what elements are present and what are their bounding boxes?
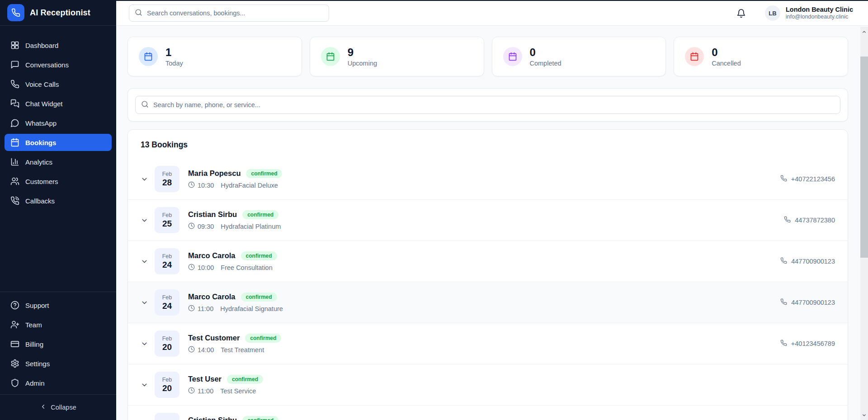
sidebar-item-voice-calls[interactable]: Voice Calls: [5, 76, 112, 93]
booking-row[interactable]: Feb 25 Cristian Sirbu confirmed 09:30 Hy…: [128, 199, 848, 241]
status-badge: confirmed: [227, 375, 263, 384]
status-badge: confirmed: [241, 251, 277, 260]
booking-date: Feb 24: [155, 248, 179, 274]
sidebar-item-analytics[interactable]: Analytics: [5, 153, 112, 170]
billing-icon: [10, 340, 19, 349]
chevron-left-icon: [40, 403, 47, 411]
sidebar-item-bookings[interactable]: Bookings: [5, 134, 112, 151]
sidebar-secondary-nav: Support Team Billing Settings Admin: [0, 292, 116, 394]
clock-icon: [188, 305, 195, 313]
sidebar-item-conversations[interactable]: Conversations: [5, 56, 112, 73]
sidebar-item-team[interactable]: Team: [5, 316, 112, 333]
booking-time: 14:00: [198, 346, 214, 354]
scrollbar[interactable]: [860, 27, 868, 420]
global-search-input[interactable]: [147, 9, 323, 17]
chevron-down-icon[interactable]: [141, 217, 148, 224]
booking-time: 11:00: [198, 305, 213, 312]
booking-service: Test Service: [220, 387, 256, 395]
booking-phone: 44737872380: [795, 217, 835, 224]
customer-name: Marco Carola: [188, 251, 236, 260]
scrollbar-thumb[interactable]: [860, 57, 868, 258]
booking-row[interactable]: Feb 20 Test User confirmed 11:00 Test Se…: [128, 364, 848, 405]
customer-name: Maria Popescu: [188, 169, 241, 178]
sidebar-item-dashboard[interactable]: Dashboard: [5, 37, 112, 54]
analytics-icon: [10, 157, 19, 166]
chevron-down-icon[interactable]: [141, 381, 148, 389]
conversations-icon: [10, 60, 19, 69]
avatar[interactable]: LB: [765, 5, 780, 21]
chevron-down-icon[interactable]: [141, 340, 148, 348]
stat-card-upcoming: 9 Upcoming: [310, 37, 484, 76]
booking-time: 11:00: [198, 387, 213, 395]
sidebar-item-chat-widget[interactable]: Chat Widget: [5, 95, 112, 112]
bookings-icon: [10, 138, 19, 147]
sidebar-main-nav: Dashboard Conversations Voice Calls Chat…: [0, 26, 116, 213]
sidebar-item-whatsapp[interactable]: WhatsApp: [5, 114, 112, 132]
status-badge: confirmed: [241, 293, 277, 302]
customer-name: Cristian Sirbu: [188, 210, 237, 219]
bookings-filter-input[interactable]: [153, 101, 835, 109]
stat-value: 1: [165, 46, 183, 59]
sidebar-item-billing[interactable]: Billing: [5, 335, 112, 353]
stat-value: 0: [712, 46, 741, 59]
chevron-down-icon[interactable]: [141, 299, 148, 307]
support-icon: [10, 301, 19, 310]
content: 1 Today 9 Upcoming 0 Completed 0 Cancell…: [116, 26, 868, 420]
stat-card-completed: 0 Completed: [492, 37, 666, 76]
booking-day: 25: [162, 219, 172, 229]
sidebar: AI Receptionist Dashboard Conversations …: [0, 0, 116, 420]
status-badge: confirmed: [242, 416, 278, 420]
app-title: AI Receptionist: [30, 8, 90, 18]
sidebar-item-admin[interactable]: Admin: [5, 374, 112, 392]
bookings-filter[interactable]: [135, 96, 840, 114]
booking-row[interactable]: Feb 24 Marco Carola confirmed 10:00 Free…: [128, 241, 848, 282]
sidebar-item-callbacks[interactable]: Callbacks: [5, 192, 112, 209]
customer-name: Cristian Sirbu: [188, 416, 237, 420]
customer-name: Test User: [188, 375, 222, 383]
app-logo: AI Receptionist: [0, 0, 116, 26]
sidebar-item-settings[interactable]: Settings: [5, 355, 112, 372]
booking-row[interactable]: Feb 24 Marco Carola confirmed 11:00 Hydr…: [128, 282, 848, 323]
global-search[interactable]: [129, 5, 329, 22]
collapse-button[interactable]: Collapse: [0, 395, 116, 420]
booking-row[interactable]: Feb Cristian Sirbu confirmed: [128, 405, 848, 420]
stat-card-cancelled: 0 Cancelled: [674, 37, 848, 76]
booking-month: Feb: [162, 171, 172, 177]
calendar-icon: [685, 47, 704, 66]
admin-icon: [10, 378, 19, 387]
phone-icon: [780, 298, 787, 307]
dashboard-icon: [10, 41, 19, 50]
booking-row[interactable]: Feb 20 Test Customer confirmed 14:00 Tes…: [128, 323, 848, 364]
clock-icon: [188, 346, 195, 354]
booking-service: Test Treatment: [221, 346, 264, 354]
account-info[interactable]: London Beauty Clinic info@londonbeauty.c…: [786, 5, 853, 21]
chat-widget-icon: [10, 99, 19, 108]
chevron-down-icon[interactable]: [141, 258, 148, 265]
chevron-down-icon[interactable]: [141, 175, 148, 183]
booking-month: Feb: [162, 335, 172, 342]
main-area: LB London Beauty Clinic info@londonbeaut…: [116, 0, 868, 420]
booking-phone: +40722123456: [791, 175, 835, 183]
booking-row[interactable]: Feb 28 Maria Popescu confirmed 10:30 Hyd…: [128, 159, 848, 199]
calendar-icon: [503, 47, 522, 66]
booking-day: 28: [162, 178, 172, 188]
sidebar-item-customers[interactable]: Customers: [5, 173, 112, 190]
stat-value: 9: [348, 46, 377, 59]
phone-logo-icon: [7, 4, 24, 21]
settings-icon: [10, 359, 19, 368]
scrollbar-up-icon[interactable]: [860, 28, 868, 35]
booking-day: 20: [162, 342, 172, 352]
stats-row: 1 Today 9 Upcoming 0 Completed 0 Cancell…: [127, 37, 848, 76]
booking-month: Feb: [162, 294, 172, 301]
calendar-icon: [321, 47, 340, 66]
collapse-label: Collapse: [51, 404, 76, 411]
booking-service: Free Consultation: [221, 264, 272, 271]
booking-date: Feb 20: [155, 330, 179, 357]
stat-label: Completed: [530, 60, 561, 67]
bell-icon[interactable]: [736, 9, 746, 18]
customers-icon: [10, 177, 19, 186]
team-icon: [10, 320, 19, 329]
clock-icon: [188, 264, 195, 272]
sidebar-item-support[interactable]: Support: [5, 297, 112, 314]
scrollbar-down-icon[interactable]: [860, 412, 868, 418]
